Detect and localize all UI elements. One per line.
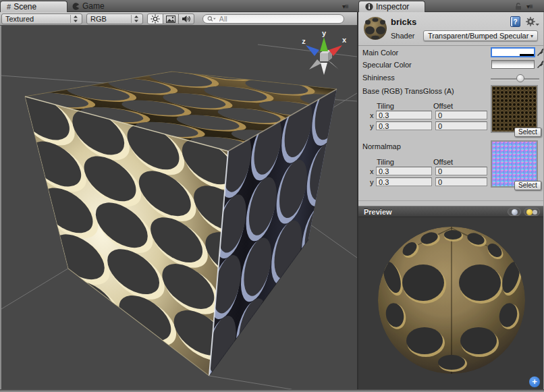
offset-label: Offset (433, 158, 453, 166)
base-select-button[interactable]: Select (514, 128, 541, 137)
scene-canvas[interactable]: y x z (1, 26, 357, 389)
gizmo-z-label: z (302, 37, 306, 45)
help-icon[interactable]: ? (510, 16, 520, 27)
shininess-label: Shininess (362, 74, 395, 82)
base-offset-x-field[interactable] (435, 111, 487, 119)
render-mode-dropdown[interactable]: Textured (1, 13, 82, 24)
divider (358, 200, 544, 201)
shader-value: Transparent/Bumped Specular (428, 32, 528, 40)
material-header: bricks Shader Transparent/Bumped Specula… (358, 12, 544, 46)
updown-arrows-icon (70, 15, 78, 23)
base-offset-y-field[interactable] (435, 121, 487, 130)
base-tiling-y-field[interactable] (376, 121, 432, 130)
game-icon (72, 3, 80, 10)
sphere-icon (512, 209, 518, 215)
shininess-slider[interactable] (491, 78, 539, 80)
normalmap-label: Normalmap (362, 142, 401, 150)
inspector-panel-menu-icon[interactable]: ▾≡ (526, 3, 533, 10)
normalmap-select-button[interactable]: Select (514, 181, 541, 190)
alpha-bar (520, 54, 534, 56)
channel-mode-dropdown[interactable]: RGB (86, 13, 143, 24)
add-preview-button[interactable]: + (529, 376, 540, 387)
gizmo-x-label: x (342, 36, 347, 44)
scene-toolbar: Textured RGB (0, 12, 357, 26)
base-tiling-x-field[interactable] (376, 111, 432, 119)
scene-viewport[interactable]: y x z (0, 26, 357, 389)
info-icon (365, 3, 373, 11)
lighting-toggle-button[interactable] (147, 13, 163, 24)
tab-scene[interactable]: # Scene (0, 1, 67, 12)
specular-color-label: Specular Color (362, 61, 412, 69)
scene-panel-menu-icon[interactable]: ▾≡ (342, 3, 348, 10)
offset-label: Offset (433, 102, 453, 110)
render-paths-button[interactable] (163, 13, 179, 24)
gizmo-axis-negz-cone[interactable] (327, 60, 339, 69)
normal-tiling-y-field[interactable] (376, 177, 432, 186)
x-row-label: x (370, 167, 374, 175)
x-row-label: x (370, 111, 374, 119)
gizmo-y-label: y (322, 29, 327, 37)
speaker-icon (182, 15, 191, 23)
base-map-label: Base (RGB) TransGloss (A) (362, 87, 454, 95)
preview-mesh-button[interactable] (508, 208, 521, 216)
inspector-panel: bricks Shader Transparent/Bumped Specula… (358, 12, 544, 389)
image-icon (166, 16, 175, 23)
material-thumbnail[interactable] (362, 15, 389, 42)
normal-offset-x-field[interactable] (435, 167, 487, 175)
tab-inspector[interactable]: Inspector (358, 1, 425, 12)
gizmo-axis-negx-cone[interactable] (309, 59, 321, 69)
normal-offset-y-field[interactable] (435, 177, 487, 186)
material-name: bricks (391, 17, 416, 27)
textured-cube[interactable] (13, 55, 357, 389)
tab-bar: # Scene Game ▾≡ Inspector ▾≡ (0, 0, 544, 12)
scene-search-field[interactable] (202, 14, 344, 24)
preview-light-button[interactable] (524, 208, 540, 216)
specular-color-swatch[interactable] (491, 60, 535, 69)
shader-dropdown[interactable]: Transparent/Bumped Specular ▾ (423, 30, 538, 41)
tiling-label: Tiling (377, 158, 394, 166)
normal-tiling-x-field[interactable] (376, 167, 432, 175)
tiling-label: Tiling (377, 102, 394, 110)
shininess-slider-thumb[interactable] (516, 74, 524, 82)
chevron-down-icon: ▾ (531, 33, 533, 39)
tab-inspector-label: Inspector (376, 2, 409, 11)
y-row-label: y (370, 178, 374, 186)
search-input[interactable] (218, 14, 339, 24)
render-mode-label: Textured (5, 15, 67, 23)
tab-scene-label: Scene (13, 2, 36, 11)
updown-arrows-icon (131, 15, 139, 23)
lights-icon (526, 209, 537, 215)
channel-mode-label: RGB (90, 15, 128, 23)
window-bottom-edge (0, 389, 544, 392)
main-color-swatch[interactable] (491, 48, 535, 57)
lock-icon[interactable] (514, 2, 522, 11)
gear-icon[interactable] (525, 16, 540, 28)
unity-editor-window: # Scene Game ▾≡ Inspector ▾≡ Textured (0, 0, 544, 392)
sun-icon (151, 14, 160, 24)
preview-title: Preview (364, 208, 392, 216)
tab-game-label: Game (82, 1, 105, 11)
main-color-label: Main Color (362, 49, 398, 57)
preview-header[interactable]: Preview (358, 206, 544, 217)
scene-gizmo[interactable]: y x z (302, 29, 347, 75)
search-icon (207, 16, 216, 22)
material-preview-area[interactable]: + (358, 217, 544, 389)
shader-label: Shader (391, 32, 414, 40)
y-row-label: y (370, 122, 374, 130)
gizmo-axis-negy-cone[interactable] (321, 63, 327, 75)
tab-game[interactable]: Game (72, 1, 105, 11)
base-texture-thumbnail[interactable] (491, 85, 538, 133)
audio-toggle-button[interactable] (178, 13, 194, 24)
preview-sphere (358, 217, 544, 389)
scene-grid-icon: # (7, 3, 11, 11)
gizmo-axis-y-cone[interactable] (320, 37, 328, 51)
